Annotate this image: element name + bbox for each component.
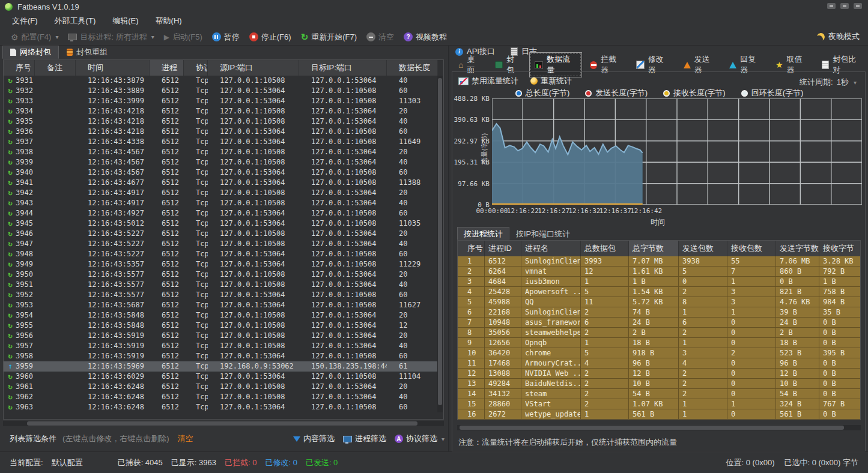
packet-row[interactable]: ↻395412:16:43:58486512 (...Tcp127.0.0.1:… (4, 310, 438, 321)
stats-row[interactable]: 835056steamwebhelper22 B202 B0 B (458, 328, 860, 338)
menu-item-3[interactable]: 帮助(H) (156, 16, 182, 26)
packet-row[interactable]: ↻393312:16:43:39996512 (...Tcp127.0.0.1:… (4, 96, 438, 106)
menu-item-2[interactable]: 编辑(E) (112, 16, 138, 26)
config-button[interactable]: ⚙ 配置(F4) (11, 32, 58, 43)
stats-column-header-7[interactable]: 发送字节数 (776, 241, 819, 256)
stop-button[interactable]: 停止(F6) (249, 32, 291, 43)
menu-item-0[interactable]: 文件(F) (12, 16, 38, 26)
legend-item[interactable]: 总长度(字节) (515, 88, 570, 98)
monitor-filter-button[interactable]: 进程筛选 (343, 433, 386, 444)
packet-row[interactable]: ↻393412:16:43:42186512 (...Tcp127.0.0.1:… (4, 106, 438, 116)
stats-column-header-5[interactable]: 发送包数 (679, 241, 727, 256)
pause-button[interactable]: 暂停 (212, 32, 240, 43)
disable-stats-button[interactable]: 禁用流量统计 (458, 76, 518, 86)
maximize-button[interactable] (840, 3, 849, 9)
funnel-filter-button[interactable]: 内容筛选 (293, 433, 335, 444)
target-process-selector[interactable]: 目标进程: 所有进程 (68, 32, 154, 43)
stats-row[interactable]: 1117468ArmouryCrat...496 B4096 B0 B (458, 358, 860, 369)
packet-row[interactable]: ↻394712:16:43:52276512 (...Tcp127.0.0.1:… (4, 239, 438, 249)
packet-row[interactable]: ↻394512:16:43:50126512 (...Tcp127.0.0.1:… (4, 218, 438, 229)
packet-row[interactable]: ↻395512:16:43:58486512 (...Tcp127.0.0.1:… (4, 321, 438, 331)
night-mode-toggle[interactable]: 夜晚模式 (817, 31, 860, 42)
legend-item[interactable]: 接收长度(字节) (663, 88, 726, 98)
stats-row[interactable]: 162672wetype_update1561 B10561 B0 B (458, 409, 860, 420)
stats-row[interactable]: 425428Apowersoft ...51.54 KB23821 B758 B (458, 287, 860, 297)
stats-row[interactable]: 26264vmnat121.61 KB57860 B792 B (458, 267, 860, 277)
packet-row[interactable]: ↻395712:16:43:59196512 (...Tcp127.0.0.1:… (4, 341, 438, 351)
start-button[interactable]: ▶ 启动(F5) (164, 32, 202, 43)
packet-row[interactable]: ↻395612:16:43:59196512 (...Tcp127.0.0.1:… (4, 331, 438, 341)
recount-button[interactable]: 重新统计 (530, 76, 572, 86)
restart-button[interactable]: ↻ 重新开始(F7) (301, 32, 357, 43)
stats-tab-0[interactable]: 按进程统计 (457, 227, 509, 240)
stats-row[interactable]: 1528860VStart21.07 KB11324 B767 B (458, 399, 860, 409)
stats-row[interactable]: 16512SunloginClient39937.07 MB3938557.06… (458, 256, 860, 267)
stats-row[interactable]: 545988QQ115.72 KB834.76 KB984 B (458, 297, 860, 307)
packet-row[interactable]: ↻394012:16:43:45676512 (...Tcp127.0.0.1:… (4, 167, 438, 178)
stats-row[interactable]: 912656Opnqb118 B1018 B0 B (458, 338, 860, 348)
stats-column-header-2[interactable]: 进程名 (521, 241, 581, 256)
protocol-filter-button[interactable]: A协议筛选 (395, 433, 445, 444)
stats-row[interactable]: 1036420chrome5918 B32523 B395 B (458, 348, 860, 358)
packet-row[interactable]: ↑395912:16:43:59696512 (...Tcp192.168.0.… (4, 361, 438, 372)
stats-horizontal-scrollbar[interactable] (457, 425, 861, 430)
packet-row[interactable]: ↻394112:16:43:46776512 (...Tcp127.0.0.1:… (4, 178, 438, 188)
column-header-7[interactable]: 数据长度 (387, 60, 438, 76)
packet-row[interactable]: ↻396212:16:43:62486512 (...Tcp127.0.0.1:… (4, 392, 438, 402)
stats-column-header-0[interactable]: 序号 (458, 241, 485, 256)
packet-row[interactable]: ↻393912:16:43:45676512 (...Tcp127.0.0.1:… (4, 157, 438, 167)
packet-row[interactable]: ↻395812:16:43:59196512 (...Tcp127.0.0.1:… (4, 351, 438, 361)
packet-row[interactable]: ↻393712:16:43:43386512 (...Tcp127.0.0.1:… (4, 137, 438, 147)
stats-row[interactable]: 1434132steam254 B2054 B0 B (458, 389, 860, 399)
packet-row[interactable]: ↻394312:16:43:49176512 (...Tcp127.0.0.1:… (4, 198, 438, 208)
packet-row[interactable]: ↻393612:16:43:42186512 (...Tcp127.0.0.1:… (4, 127, 438, 137)
stats-row[interactable]: 710948asus_framework624 B6024 B0 B (458, 318, 860, 328)
packet-row[interactable]: ↻396012:16:43:60296512 (...Tcp127.0.0.1:… (4, 372, 438, 382)
packet-row[interactable]: ↻394612:16:43:52276512 (...Tcp127.0.0.1:… (4, 229, 438, 239)
packet-row[interactable]: ↻394812:16:43:52276512 (...Tcp127.0.0.1:… (4, 249, 438, 259)
stats-row[interactable]: 622168SunloginClient274 B1139 B35 B (458, 307, 860, 318)
filter-clear-button[interactable]: 清空 (178, 433, 193, 444)
horizontal-scrollbar[interactable] (3, 421, 444, 426)
stats-row[interactable]: 1213088NVIDIA Web ...212 B2012 B0 B (458, 369, 860, 379)
column-header-6[interactable]: 目标IP:端口 (299, 60, 387, 76)
packet-row[interactable]: ↻394412:16:43:49276512 (...Tcp127.0.0.1:… (4, 208, 438, 218)
stats-column-header-1[interactable]: 进程ID (485, 241, 521, 256)
packet-row[interactable]: ↻395112:16:43:55776512 (...Tcp127.0.0.1:… (4, 280, 438, 290)
stats-column-header-4[interactable]: 总字节数 (629, 241, 679, 256)
stats-row[interactable]: 1349284BaiduNetdis...210 B2010 B0 B (458, 379, 860, 389)
packet-row[interactable]: ↻394912:16:43:53576512 (...Tcp127.0.0.1:… (4, 259, 438, 270)
packet-row[interactable]: ↻393812:16:43:45676512 (...Tcp127.0.0.1:… (4, 147, 438, 157)
minimize-button[interactable] (827, 3, 836, 9)
packet-row[interactable]: ↻395312:16:43:56876512 (...Tcp127.0.0.1:… (4, 300, 438, 310)
column-header-5[interactable]: 源IP:端口 (208, 60, 299, 76)
packet-row[interactable]: ↻393212:16:43:38896512 (...Tcp127.0.0.1:… (4, 86, 438, 96)
column-header-4[interactable]: 协议 (184, 60, 208, 76)
menu-item-1[interactable]: 外部工具(T) (55, 16, 96, 26)
legend-item[interactable]: 发送长度(字节) (585, 88, 648, 98)
packet-row[interactable]: ↻393112:16:43:38796512 (...Tcp127.0.0.1:… (4, 76, 438, 86)
stats-column-header-8[interactable]: 接收字节 (819, 241, 860, 256)
column-header-1[interactable]: 备注 (35, 60, 76, 76)
video-tutorial-button[interactable]: ? 视频教程 (404, 32, 447, 43)
column-header-2[interactable]: 时间 (76, 60, 150, 76)
packet-row[interactable]: ↻393512:16:43:42186512 (...Tcp127.0.0.1:… (4, 116, 438, 127)
stats-tab-1[interactable]: 按IP和端口统计 (509, 227, 577, 240)
tab-packet-reassembly[interactable]: 封包重组 (59, 46, 115, 59)
packet-row[interactable]: ↻395212:16:43:55776512 (...Tcp127.0.0.1:… (4, 290, 438, 300)
clear-button[interactable]: 清空 (366, 32, 394, 43)
packet-row[interactable]: ↻395012:16:43:55776512 (...Tcp127.0.0.1:… (4, 270, 438, 280)
column-header-0[interactable]: 序号 (4, 60, 35, 76)
legend-item[interactable]: 回环长度(字节) (741, 88, 804, 98)
packet-row[interactable]: ↻394212:16:43:49176512 (...Tcp127.0.0.1:… (4, 188, 438, 198)
packet-row[interactable]: ↻396312:16:43:62486512 (...Tcp127.0.0.1:… (4, 402, 438, 412)
tab-network-packets[interactable]: 网络封包 (2, 46, 59, 59)
period-selector[interactable]: 统计周期: 1秒 (800, 77, 857, 88)
stats-column-header-3[interactable]: 总数据包 (581, 241, 629, 256)
vertical-scrollbar[interactable] (437, 76, 443, 412)
packet-row[interactable]: ↻396112:16:43:62486512 (...Tcp127.0.0.1:… (4, 382, 438, 392)
column-header-3[interactable]: 进程 (150, 60, 184, 76)
stats-row[interactable]: 34684iusb3mon11 B010 B1 B (458, 277, 860, 287)
stats-column-header-6[interactable]: 接收包数 (727, 241, 776, 256)
close-button[interactable] (854, 3, 862, 9)
